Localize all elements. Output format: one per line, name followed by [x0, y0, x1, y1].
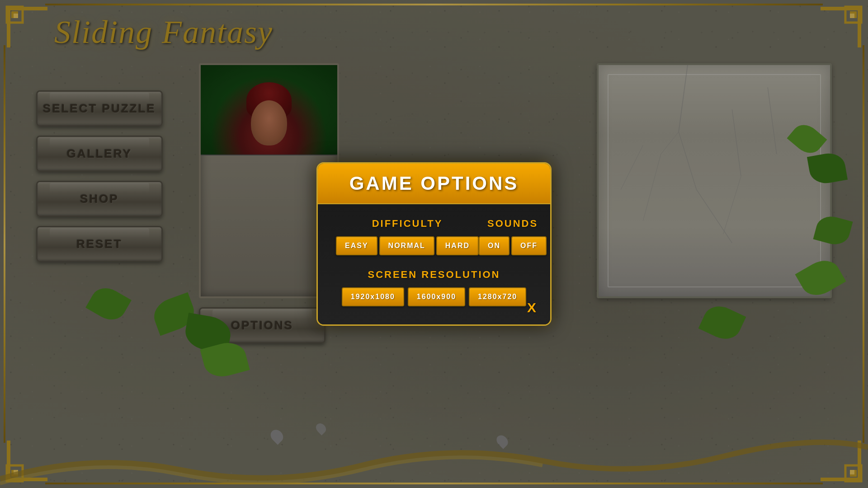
resolution-label: SCREEN RESOLUTION — [368, 269, 500, 281]
options-row-1: DIFFICULTY EASY NORMAL HARD SOUNDS ON OF… — [336, 218, 532, 255]
sounds-label: SOUNDS — [487, 218, 538, 230]
difficulty-easy-button[interactable]: EASY — [336, 236, 377, 255]
modal-body: DIFFICULTY EASY NORMAL HARD SOUNDS ON OF… — [318, 204, 550, 324]
modal-overlay: GAME OPTIONS DIFFICULTY EASY NORMAL HARD… — [0, 0, 868, 488]
sounds-off-button[interactable]: OFF — [511, 236, 547, 255]
difficulty-hard-button[interactable]: HARD — [436, 236, 479, 255]
resolution-1600-button[interactable]: 1600x900 — [408, 287, 465, 306]
sounds-group: SOUNDS ON OFF — [479, 218, 547, 255]
modal-header: GAME OPTIONS — [318, 164, 550, 204]
modal-title: GAME OPTIONS — [331, 173, 537, 194]
sounds-buttons: ON OFF — [479, 236, 547, 255]
difficulty-buttons: EASY NORMAL HARD — [336, 236, 479, 255]
modal-close-button[interactable]: X — [527, 300, 537, 315]
difficulty-label: DIFFICULTY — [372, 218, 443, 230]
difficulty-normal-button[interactable]: NORMAL — [379, 236, 434, 255]
resolution-1280-button[interactable]: 1280x720 — [469, 287, 526, 306]
difficulty-group: DIFFICULTY EASY NORMAL HARD — [336, 218, 479, 255]
sounds-on-button[interactable]: ON — [479, 236, 509, 255]
resolution-buttons: 868x488 1600x900 1280x720 — [342, 287, 526, 306]
resolution-section: SCREEN RESOLUTION 868x488 1600x900 128… — [336, 269, 532, 306]
resolution-1920-button[interactable]: 868x488 — [342, 287, 404, 306]
game-options-modal: GAME OPTIONS DIFFICULTY EASY NORMAL HARD… — [316, 162, 552, 326]
